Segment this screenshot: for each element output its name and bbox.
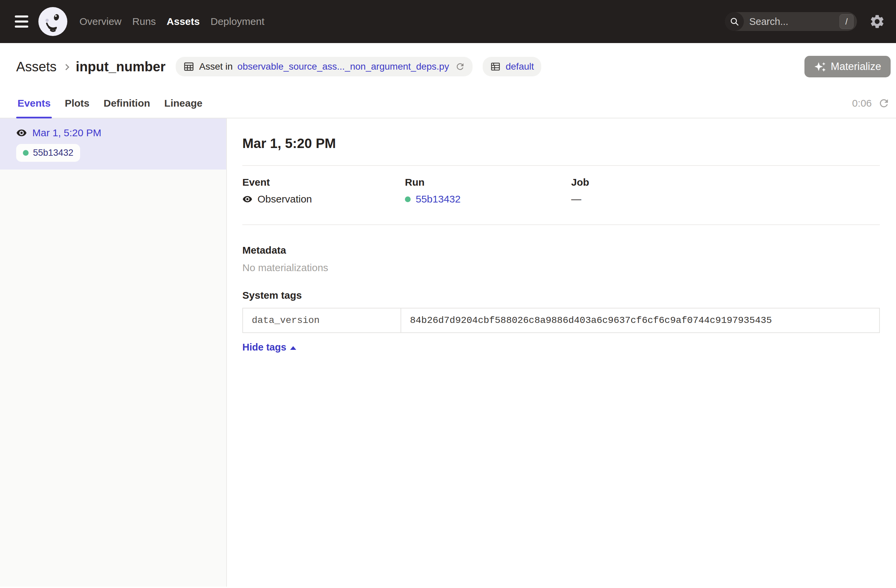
search-bar[interactable]: / [725, 12, 857, 31]
divider [242, 224, 880, 225]
reload-definition-icon[interactable] [455, 62, 465, 71]
asset-definition-pill: Asset in observable_source_ass..._non_ar… [176, 57, 472, 76]
refresh-icon[interactable] [878, 97, 890, 109]
breadcrumb-assets-link[interactable]: Assets [16, 59, 56, 74]
observation-eye-icon [16, 128, 27, 138]
sparkles-icon [814, 61, 826, 72]
hide-tags-label: Hide tags [242, 342, 286, 353]
repo-default-link[interactable]: default [506, 61, 534, 72]
system-tags-table: data_version 84b26d7d9204cbf588026c8a988… [242, 308, 880, 333]
breadcrumb: Assets input_number [16, 59, 166, 74]
tab-plots[interactable]: Plots [65, 89, 89, 118]
no-materializations-message: No materializations [242, 262, 880, 273]
chevron-right-icon [63, 64, 69, 70]
run-id-text: 55b13432 [33, 148, 73, 158]
workspace-icon [490, 61, 501, 72]
nav-item-assets[interactable]: Assets [167, 16, 200, 27]
tab-events[interactable]: Events [17, 89, 50, 118]
event-timestamp-row: Mar 1, 5:20 PM [16, 127, 226, 138]
asset-in-label: Asset in [199, 61, 233, 72]
asset-source-file-link[interactable]: observable_source_ass..._non_argument_de… [237, 61, 449, 72]
nav-right: / [725, 12, 886, 31]
tab-lineage[interactable]: Lineage [164, 89, 202, 118]
event-detail-title: Mar 1, 5:20 PM [242, 136, 880, 151]
top-nav-bar: Overview Runs Assets Deployment / [0, 0, 896, 43]
page-header: Assets input_number Asset in observable_… [0, 43, 896, 89]
tag-value-cell: 84b26d7d9204cbf588026c8a9886d403a6c9637c… [401, 308, 879, 332]
nav-item-deployment[interactable]: Deployment [210, 16, 264, 27]
job-column-label: Job [571, 176, 880, 188]
job-empty-value: — [571, 193, 581, 205]
event-column: Event Observation [242, 176, 405, 205]
event-detail-pane: Mar 1, 5:20 PM Event Observation Run 55b… [227, 119, 896, 586]
page-title: input_number [76, 59, 166, 74]
event-timestamp: Mar 1, 5:20 PM [32, 127, 101, 138]
run-success-dot [405, 196, 411, 202]
run-id-pill[interactable]: 55b13432 [16, 144, 80, 162]
run-id-link[interactable]: 55b13432 [416, 193, 460, 205]
materialize-label: Materialize [831, 61, 881, 73]
event-list-item-selected[interactable]: Mar 1, 5:20 PM 55b13432 [0, 119, 226, 170]
event-column-label: Event [242, 176, 405, 188]
refresh-countdown: 0:06 [852, 97, 872, 109]
nav-links: Overview Runs Assets Deployment [79, 16, 265, 27]
system-tags-heading: System tags [242, 290, 880, 301]
repo-location-pill: default [483, 57, 541, 76]
nav-item-runs[interactable]: Runs [132, 16, 156, 27]
run-success-dot [23, 150, 29, 156]
dagster-logo[interactable] [38, 7, 67, 36]
content-area: Mar 1, 5:20 PM 55b13432 Mar 1, 5:20 PM E… [0, 119, 896, 586]
run-column: Run 55b13432 [405, 176, 571, 205]
refresh-area: 0:06 [852, 97, 890, 109]
observation-eye-icon [242, 194, 253, 204]
slash-shortcut-badge: / [840, 14, 853, 29]
metadata-heading: Metadata [242, 245, 880, 256]
tab-definition[interactable]: Definition [104, 89, 150, 118]
job-column: Job — [571, 176, 880, 205]
divider [242, 165, 880, 166]
event-type-value: Observation [258, 193, 312, 205]
gear-icon[interactable] [869, 13, 886, 30]
nav-item-overview[interactable]: Overview [79, 16, 122, 27]
tag-key-cell: data_version [243, 308, 401, 332]
event-meta-row: Event Observation Run 55b13432 Job [242, 176, 880, 205]
materialize-button[interactable]: Materialize [805, 56, 891, 77]
search-icon [725, 12, 744, 31]
caret-up-icon [290, 346, 296, 350]
hide-tags-link[interactable]: Hide tags [242, 342, 296, 353]
event-list-sidebar: Mar 1, 5:20 PM 55b13432 [0, 119, 227, 586]
search-input[interactable] [749, 16, 840, 27]
menu-icon[interactable] [15, 15, 30, 27]
asset-table-icon [183, 61, 195, 72]
run-column-label: Run [405, 176, 571, 188]
tabs-bar: Events Plots Definition Lineage 0:06 [0, 89, 896, 119]
